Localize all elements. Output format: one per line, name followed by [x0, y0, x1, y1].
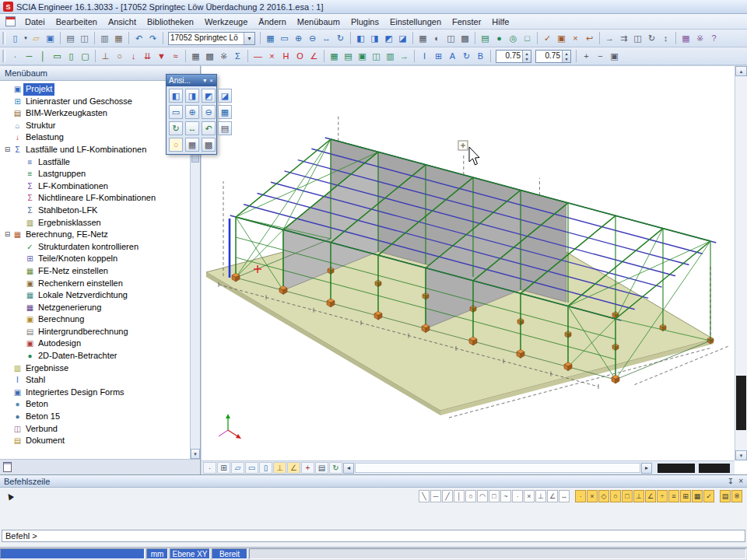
- project-combo[interactable]: 17052 Springtec Lö▾: [168, 32, 255, 45]
- tree-item[interactable]: IStahl: [0, 374, 190, 387]
- tree-item[interactable]: ●Beton 15: [0, 411, 190, 423]
- export-icon[interactable]: →: [398, 50, 411, 63]
- plate-tool-icon[interactable]: ▭: [51, 50, 64, 63]
- column-tool-icon[interactable]: │: [37, 50, 50, 63]
- tree-item[interactable]: ΣStahlbeton-LFK: [0, 205, 190, 217]
- diagram-o-icon[interactable]: O: [293, 50, 307, 63]
- view-toolbox-titlebar[interactable]: Ansi... ▾ ×: [167, 75, 216, 86]
- clipping-box-icon[interactable]: □: [521, 32, 534, 45]
- shaded-mode-icon[interactable]: ◐: [430, 32, 444, 45]
- zoom-in-icon[interactable]: ⊕: [185, 105, 199, 119]
- move-icon[interactable]: →: [603, 32, 616, 45]
- picture-gallery-icon[interactable]: ▣: [356, 50, 369, 63]
- activity-filter-icon[interactable]: ●: [493, 32, 506, 45]
- previous-view-icon[interactable]: ↶: [202, 121, 216, 135]
- snap-parallel-icon[interactable]: ≡: [668, 490, 679, 502]
- hidden-line-mode-icon[interactable]: ◫: [444, 32, 458, 45]
- angle-snap-icon[interactable]: ∠: [287, 462, 300, 474]
- pan-view-icon[interactable]: ↔: [320, 32, 333, 45]
- undo-icon[interactable]: ↶: [132, 32, 146, 45]
- dock-tab-icon[interactable]: [3, 462, 12, 472]
- diagonal-tool-icon[interactable]: ╱: [442, 490, 453, 502]
- diagram-h-icon[interactable]: H: [279, 50, 293, 63]
- tree-item[interactable]: ▣Rechenkern einstellen: [0, 278, 190, 290]
- solver-setup-icon[interactable]: ※: [217, 50, 230, 63]
- tree-item[interactable]: ▤Hintergrundberechnung: [0, 326, 190, 338]
- plane-xz-icon[interactable]: ▭: [245, 462, 258, 474]
- tree-item[interactable]: ⊞Linienraster und Geschosse: [0, 96, 190, 108]
- wall-tool-icon[interactable]: ▯: [65, 50, 78, 63]
- snap-intersection-icon[interactable]: ×: [587, 490, 598, 502]
- scroll-right-icon[interactable]: ▸: [641, 463, 652, 474]
- tree-item[interactable]: ▦Netzgenerierung: [0, 302, 190, 314]
- table-input-icon[interactable]: ▦: [328, 50, 341, 63]
- tree-item[interactable]: ▥Ergebnisse: [0, 362, 190, 375]
- snap-midpoint-icon[interactable]: ◇: [598, 490, 609, 502]
- rotate-copy-icon[interactable]: ↻: [645, 32, 658, 45]
- surface-load-icon[interactable]: ▼: [155, 50, 168, 63]
- rect-tool-icon[interactable]: □: [489, 490, 500, 502]
- diagram-angle-icon[interactable]: ∠: [307, 50, 321, 63]
- line-load-icon[interactable]: ⇊: [141, 50, 154, 63]
- pin-icon[interactable]: ↧: [728, 477, 734, 485]
- pan-view-icon[interactable]: ↔: [185, 121, 199, 135]
- menu-bibliotheken[interactable]: Bibliotheken: [142, 15, 199, 29]
- tree-item[interactable]: ↓Belastung: [0, 131, 190, 144]
- tree-item[interactable]: ⊟▦Berechnung, FE-Netz: [0, 229, 190, 241]
- report-icon[interactable]: ▥: [384, 50, 397, 63]
- diagram-line-icon[interactable]: —: [251, 50, 265, 63]
- vline-tool-icon[interactable]: │: [454, 490, 465, 502]
- deselect-all-icon[interactable]: ×: [569, 32, 582, 45]
- circle-tool-icon[interactable]: ○: [465, 490, 476, 502]
- wireframe-view-icon[interactable]: ▦: [185, 138, 199, 152]
- snap-mesh-icon[interactable]: ▦: [692, 490, 703, 502]
- angle-tool-icon[interactable]: ∠: [547, 490, 558, 502]
- zoom-out-icon[interactable]: ⊖: [202, 105, 216, 119]
- save-project-icon[interactable]: ▣: [44, 32, 57, 45]
- bim-tools-icon[interactable]: B: [474, 50, 487, 63]
- chevron-down-icon[interactable]: ▾: [244, 33, 254, 44]
- menu-plugins[interactable]: Plugins: [345, 15, 384, 29]
- tree-item[interactable]: ▣Projekt: [0, 83, 190, 96]
- snap-division-icon[interactable]: ÷: [657, 490, 668, 502]
- paperspace-icon[interactable]: ◫: [370, 50, 383, 63]
- tree-item[interactable]: ▣Integriertes Design Forms: [0, 387, 190, 399]
- tree-item[interactable]: ✓Strukturdaten kontrollieren: [0, 241, 190, 254]
- vertical-scrollbar-thumb[interactable]: [736, 376, 746, 430]
- thermal-load-icon[interactable]: ≈: [169, 50, 182, 63]
- diagram-x-icon[interactable]: ×: [265, 50, 279, 63]
- hline-tool-icon[interactable]: ─: [430, 490, 441, 502]
- menu-fenster[interactable]: Fenster: [447, 15, 486, 29]
- perpendicular-tool-icon[interactable]: ⊥: [535, 490, 546, 502]
- horizontal-scrollbar-thumb[interactable]: [699, 464, 730, 473]
- toolbar-grip[interactable]: [2, 32, 5, 44]
- tree-item[interactable]: ▤Dokument: [0, 435, 190, 447]
- view-axonometric-icon[interactable]: ◪: [218, 89, 232, 103]
- zoom-window-icon[interactable]: ▭: [169, 105, 183, 119]
- tree-item[interactable]: ▣Berechnung: [0, 313, 190, 326]
- menu-datei[interactable]: Datei: [19, 15, 51, 29]
- menu-men-baum[interactable]: Menübaum: [292, 15, 345, 29]
- mdi-document-icon[interactable]: [5, 16, 16, 26]
- snap-grid-icon[interactable]: ⊞: [217, 462, 230, 474]
- support-tool-icon[interactable]: ⊥: [99, 50, 112, 63]
- rotate-view-icon[interactable]: ↻: [169, 121, 183, 135]
- point-load-icon[interactable]: ↓: [127, 50, 140, 63]
- autodesign-check-icon[interactable]: A: [446, 50, 459, 63]
- horizontal-scrollbar[interactable]: [355, 463, 640, 473]
- opening-tool-icon[interactable]: ▢: [79, 50, 92, 63]
- snap-circle-icon[interactable]: ○: [610, 490, 621, 502]
- hinge-tool-icon[interactable]: ○: [113, 50, 126, 63]
- steel-check-icon[interactable]: I: [418, 50, 431, 63]
- mirror-icon[interactable]: ◫: [631, 32, 644, 45]
- mesh-refinement-icon[interactable]: ▩: [203, 50, 216, 63]
- view-side-icon[interactable]: ◩: [202, 89, 216, 103]
- tree-item[interactable]: ●2D-Daten-Betrachter: [0, 350, 190, 362]
- load-scale-arrows[interactable]: ▴▾: [522, 51, 531, 62]
- snap-point-icon[interactable]: ∙: [575, 490, 586, 502]
- mesh-display-icon[interactable]: ▦: [189, 50, 202, 63]
- paste-icon[interactable]: ▦: [112, 32, 125, 45]
- ortho-mode-icon[interactable]: ⊥: [273, 462, 286, 474]
- zoom-in-icon[interactable]: ⊕: [292, 32, 305, 45]
- vertical-scrollbar[interactable]: ▲ ▼: [735, 66, 747, 460]
